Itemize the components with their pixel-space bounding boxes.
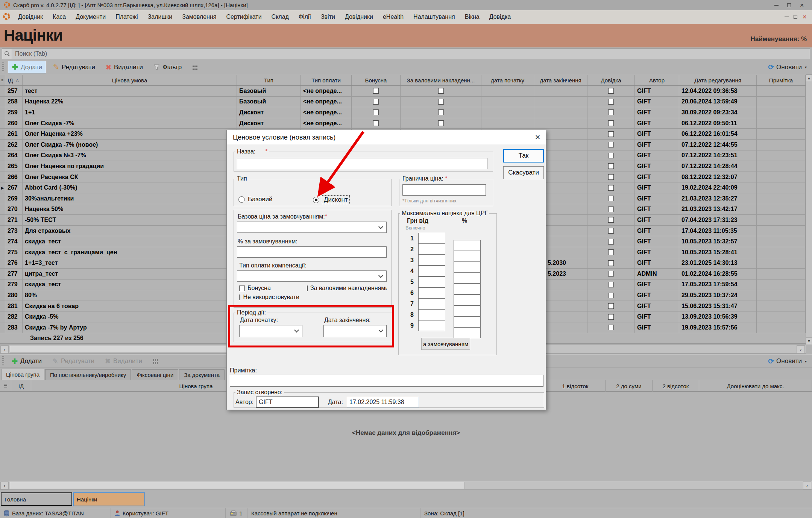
grn-from-input[interactable] [418, 309, 445, 320]
dialog-close-icon[interactable]: ✕ [535, 133, 540, 141]
toolbar-grip[interactable] [2, 356, 4, 366]
column-header-5[interactable]: За валовими накладенн... [401, 75, 481, 85]
compensation-pay-type-combobox[interactable] [237, 270, 387, 282]
scroll-left-icon[interactable]: ‹ [0, 482, 9, 489]
detail-column-1[interactable]: 2 до суми [606, 380, 653, 392]
scroll-left-icon[interactable]: ‹ [0, 345, 9, 353]
tab-supplier[interactable]: По постачальнику/виробнику [45, 369, 131, 380]
search-box[interactable] [2, 49, 810, 59]
detail-add-button[interactable]: ✚Додати [8, 355, 46, 367]
defaults-button[interactable]: а замовчуванням [421, 338, 470, 350]
refresh-button[interactable]: ⟳Оновити▾ [768, 63, 807, 71]
detail-column-2[interactable]: 2 відсоток [653, 380, 699, 392]
percent-input[interactable] [454, 240, 481, 251]
menu-item-11[interactable]: eHealth [378, 12, 408, 21]
column-header-8[interactable]: Довідка [587, 75, 635, 85]
menu-item-6[interactable]: Сертифікати [221, 12, 266, 21]
horizontal-scrollbar-lower[interactable]: ‹ › [0, 481, 812, 490]
reference-checkbox[interactable] [587, 204, 635, 215]
reference-checkbox[interactable] [587, 215, 635, 225]
reference-checkbox[interactable] [587, 322, 635, 333]
grn-from-input[interactable] [418, 266, 445, 276]
gross-checkbox[interactable] [401, 86, 481, 96]
column-header-1[interactable]: Цінова умова [23, 75, 237, 85]
bonus-checkbox[interactable] [352, 97, 401, 107]
column-header-11[interactable]: Примітка [757, 75, 806, 85]
mdi-minimize-icon[interactable] [782, 13, 791, 21]
not-used-checkbox[interactable]: Не використовувати [239, 294, 299, 301]
bonus-checkbox[interactable] [352, 118, 401, 129]
grn-from-input[interactable] [418, 320, 445, 331]
dropdown-arrow-icon[interactable]: ▾ [805, 359, 807, 363]
table-row[interactable]: 2591+1Дисконт<не опреде...GIFT30.09.2022… [0, 107, 806, 118]
menu-item-4[interactable]: Залишки [143, 12, 178, 21]
created-date-input[interactable] [347, 397, 419, 407]
vertical-scrollbar[interactable]: ▲ ▼ [806, 74, 812, 345]
menu-item-2[interactable]: Документи [71, 12, 111, 21]
name-input[interactable] [237, 158, 487, 169]
menu-item-13[interactable]: Вікна [460, 12, 484, 21]
percent-input[interactable] [454, 284, 481, 295]
detail-columns-button[interactable] [149, 357, 162, 366]
grn-from-input[interactable] [418, 276, 445, 287]
grn-from-input[interactable] [418, 255, 445, 266]
column-header-7[interactable]: дата закінчення [534, 75, 587, 85]
tab-markups[interactable]: Націнки [73, 492, 145, 506]
menu-item-9[interactable]: Звіти [316, 12, 340, 21]
end-date-combobox[interactable] [323, 325, 387, 337]
scroll-up-icon[interactable]: ▲ [806, 74, 812, 81]
gross-checkbox[interactable] [401, 97, 481, 107]
search-icon[interactable] [2, 49, 12, 59]
menu-item-10[interactable]: Довідники [340, 12, 378, 21]
grn-from-input[interactable] [418, 298, 445, 309]
grn-from-input[interactable] [418, 233, 445, 244]
tab-fixed-prices[interactable]: Фіксовані ціни [132, 369, 178, 380]
reference-checkbox[interactable] [587, 172, 635, 182]
table-row[interactable]: 258Наценка 22%Базовый<не опреде...GIFT20… [0, 97, 806, 108]
scroll-right-icon[interactable]: › [803, 482, 811, 489]
dropdown-arrow-icon[interactable]: ▾ [805, 65, 807, 69]
reference-checkbox[interactable] [587, 107, 635, 118]
percent-input[interactable] [454, 316, 481, 327]
dialog-title-bar[interactable]: Ценовое условие (новая запись) ✕ [227, 130, 546, 144]
scroll-right-icon[interactable]: › [797, 345, 805, 353]
search-input[interactable] [12, 50, 810, 57]
menu-item-0[interactable]: Довідник [13, 12, 48, 21]
percent-input[interactable] [454, 262, 481, 273]
percent-input[interactable] [454, 305, 481, 316]
reference-checkbox[interactable] [587, 258, 635, 269]
detail-col-id[interactable]: ІД [11, 380, 31, 392]
column-header-0[interactable]: ІД △ [5, 75, 23, 85]
restore-icon[interactable] [783, 2, 795, 9]
reference-checkbox[interactable] [587, 236, 635, 247]
start-date-combobox[interactable] [239, 325, 302, 337]
bonus-checkbox[interactable]: Бонусна [239, 285, 303, 292]
tab-by-document[interactable]: За документа [179, 369, 225, 380]
menu-item-14[interactable]: Довідка [484, 12, 516, 21]
scroll-down-icon[interactable]: ▼ [806, 337, 812, 344]
reference-checkbox[interactable] [587, 280, 635, 290]
menu-item-8[interactable]: Філії [294, 12, 316, 21]
column-header-10[interactable]: Дата редагування [679, 75, 757, 85]
reference-checkbox[interactable] [587, 311, 635, 322]
cancel-button[interactable]: Скасувати [503, 166, 544, 179]
column-header-3[interactable]: Тип оплати [301, 75, 352, 85]
reference-checkbox[interactable] [587, 140, 635, 150]
base-price-combobox[interactable] [237, 222, 387, 233]
column-header-9[interactable]: Автор [635, 75, 679, 85]
author-input[interactable] [256, 396, 319, 408]
ok-button[interactable]: Так [503, 149, 544, 163]
menu-item-12[interactable]: Налаштування [408, 12, 460, 21]
delete-button[interactable]: ✖Видалити [102, 62, 147, 73]
toolbar-grip[interactable] [2, 62, 4, 72]
default-percent-input[interactable] [237, 246, 387, 258]
gross-invoices-checkbox[interactable]: За валовими накладеннями [307, 285, 387, 292]
reference-checkbox[interactable] [587, 226, 635, 236]
edit-button[interactable]: ✎Редагувати [49, 61, 99, 73]
menu-item-3[interactable]: Платежі [111, 12, 143, 21]
minimize-icon[interactable] [770, 2, 783, 9]
columns-button[interactable] [188, 63, 202, 71]
column-header-6[interactable]: дата початку [481, 75, 534, 85]
filter-button[interactable]: Фільтр [150, 62, 185, 73]
menu-item-5[interactable]: Замовлення [177, 12, 221, 21]
